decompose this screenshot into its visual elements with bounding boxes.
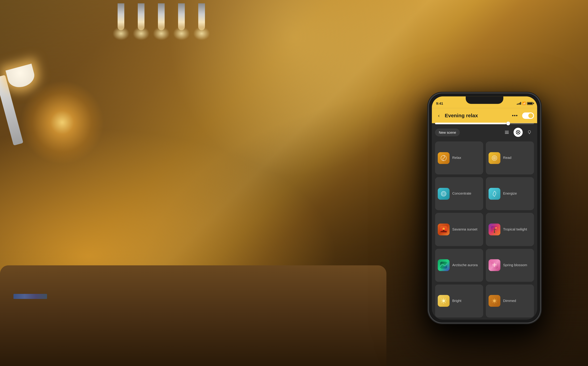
scene-icon-spring bbox=[489, 259, 500, 271]
arctic-icon bbox=[440, 262, 447, 269]
more-options-button[interactable]: ••• bbox=[510, 112, 520, 119]
svg-point-8 bbox=[519, 133, 519, 134]
ceiling-lights bbox=[101, 0, 302, 50]
lamp-glow bbox=[20, 81, 104, 164]
list-icon bbox=[504, 130, 509, 135]
svg-point-15 bbox=[494, 158, 495, 159]
svg-rect-10 bbox=[529, 133, 530, 134]
back-button[interactable]: ‹ bbox=[435, 112, 443, 119]
slider-fill bbox=[435, 123, 506, 124]
battery-icon bbox=[527, 102, 533, 105]
signal-icon bbox=[516, 102, 521, 105]
brightness-slider[interactable] bbox=[435, 123, 534, 124]
ceiling-light-1 bbox=[118, 3, 124, 30]
svg-line-47 bbox=[493, 302, 493, 303]
concentrate-icon bbox=[440, 190, 447, 197]
spring-icon bbox=[491, 262, 498, 269]
ceiling-light-2 bbox=[138, 3, 144, 30]
status-icons: 📶 bbox=[516, 102, 533, 105]
table-books bbox=[13, 294, 47, 299]
scenes-grid: Relax Read bbox=[432, 139, 537, 320]
scene-card-read[interactable]: Read bbox=[486, 141, 534, 175]
svg-point-4 bbox=[517, 131, 519, 133]
svg-point-20 bbox=[443, 228, 445, 230]
scene-view-button[interactable] bbox=[514, 128, 523, 137]
scene-label-dimmed: Dimmed bbox=[503, 299, 516, 303]
svg-line-46 bbox=[496, 299, 496, 300]
status-time: 9:41 bbox=[436, 101, 443, 105]
power-toggle[interactable] bbox=[522, 112, 534, 119]
ceiling-light-3 bbox=[158, 3, 165, 30]
svg-point-39 bbox=[493, 300, 496, 302]
scene-icon-dimmed bbox=[489, 295, 500, 307]
svg-point-29 bbox=[492, 264, 494, 266]
ceiling-light-5 bbox=[198, 3, 205, 30]
svg-point-17 bbox=[442, 192, 445, 195]
scene-label-savanna: Savanna sunset bbox=[452, 227, 477, 232]
toggle-knob bbox=[528, 113, 533, 118]
couch-area bbox=[0, 265, 386, 366]
scenes-toolbar: New scene bbox=[432, 125, 537, 139]
svg-point-7 bbox=[517, 133, 517, 134]
dimmed-icon bbox=[491, 297, 498, 305]
scene-icon-concentrate bbox=[438, 188, 450, 200]
svg-line-36 bbox=[445, 302, 446, 303]
scene-label-arctic: Arctische aurora bbox=[452, 263, 478, 267]
bulb-icon bbox=[527, 130, 532, 135]
list-view-button[interactable] bbox=[502, 128, 511, 137]
scene-icon-read bbox=[489, 152, 500, 164]
scene-card-bright[interactable]: Bright bbox=[435, 284, 483, 318]
svg-point-9 bbox=[528, 130, 531, 133]
svg-rect-2 bbox=[505, 133, 509, 134]
scene-card-dimmed[interactable]: Dimmed bbox=[486, 284, 534, 318]
ceiling-light-4 bbox=[178, 3, 185, 30]
scene-card-spring-blossom[interactable]: Spring blossom bbox=[486, 249, 534, 282]
scene-card-energize[interactable]: Energize bbox=[486, 177, 534, 210]
app-header: ‹ Evening relax ••• bbox=[432, 108, 537, 123]
svg-point-22 bbox=[495, 227, 497, 229]
scene-label-bright: Bright bbox=[452, 299, 461, 303]
svg-point-18 bbox=[443, 193, 445, 195]
svg-line-37 bbox=[445, 299, 446, 300]
tropical-icon bbox=[491, 226, 498, 233]
savanna-icon bbox=[440, 226, 447, 233]
phone-notch bbox=[466, 96, 503, 104]
svg-rect-11 bbox=[529, 134, 530, 134]
svg-line-44 bbox=[493, 299, 493, 300]
scene-card-relax[interactable]: Relax bbox=[435, 141, 483, 175]
wifi-icon: 📶 bbox=[522, 102, 526, 105]
svg-line-35 bbox=[442, 299, 442, 300]
scene-card-arctic-aurora[interactable]: Arctische aurora bbox=[435, 249, 483, 282]
scene-label-relax: Relax bbox=[452, 156, 461, 160]
scene-icon-savanna bbox=[438, 224, 450, 235]
scene-icon-energize bbox=[489, 188, 500, 200]
slider-thumb[interactable] bbox=[506, 122, 510, 125]
back-arrow-icon: ‹ bbox=[438, 113, 440, 119]
svg-point-5 bbox=[517, 131, 517, 132]
scene-icon-relax bbox=[438, 152, 450, 164]
relax-icon bbox=[440, 154, 447, 161]
scene-label-energize: Energize bbox=[503, 191, 517, 196]
light-view-button[interactable] bbox=[525, 128, 534, 137]
svg-point-6 bbox=[519, 131, 519, 132]
scene-label-read: Read bbox=[503, 156, 511, 160]
scene-label-spring: Spring blossom bbox=[503, 263, 527, 267]
read-icon bbox=[491, 154, 498, 161]
phone-wrapper: 9:41 📶 bbox=[428, 93, 541, 323]
svg-line-45 bbox=[496, 302, 496, 303]
scene-card-tropical-twilight[interactable]: Tropical twilight bbox=[486, 213, 534, 246]
scene-label-concentrate: Concentrate bbox=[452, 191, 471, 196]
header-title: Evening relax bbox=[445, 113, 508, 119]
scene-label-tropical: Tropical twilight bbox=[503, 227, 527, 232]
phone-screen: 9:41 📶 bbox=[432, 96, 537, 320]
new-scene-button[interactable]: New scene bbox=[435, 129, 460, 136]
svg-point-26 bbox=[494, 263, 495, 265]
svg-point-28 bbox=[494, 265, 495, 267]
palette-icon bbox=[516, 130, 521, 135]
scene-icon-tropical bbox=[489, 224, 500, 235]
bright-icon bbox=[440, 297, 447, 305]
scene-card-savanna-sunset[interactable]: Savanna sunset bbox=[435, 213, 483, 246]
svg-rect-0 bbox=[505, 131, 509, 131]
scene-card-concentrate[interactable]: Concentrate bbox=[435, 177, 483, 210]
scene-icon-arctic bbox=[438, 259, 450, 271]
